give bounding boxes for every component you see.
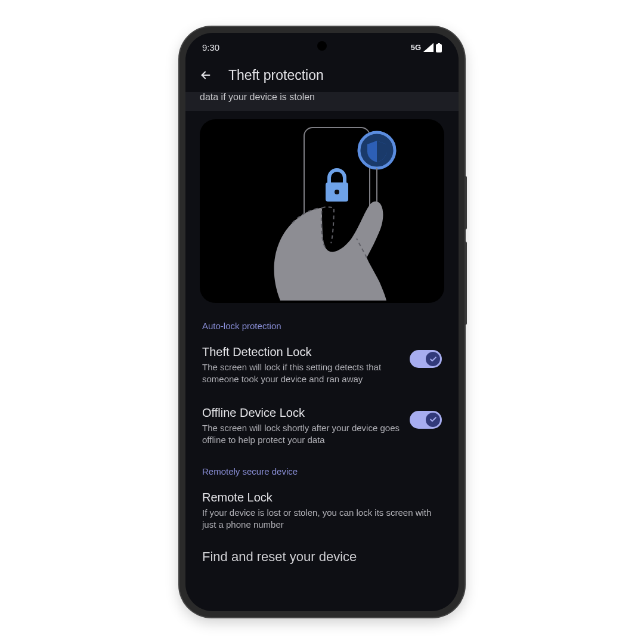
status-right: 5G	[411, 43, 442, 52]
header-subtext: data if your device is stolen	[185, 92, 459, 111]
setting-title: Remote Lock	[202, 491, 442, 504]
status-time: 9:30	[202, 42, 219, 52]
svg-point-4	[335, 190, 339, 194]
theft-protection-illustration	[200, 119, 444, 303]
signal-icon	[423, 43, 434, 52]
setting-title: Offline Device Lock	[202, 406, 402, 420]
camera-notch	[317, 41, 327, 51]
network-label: 5G	[411, 43, 421, 52]
setting-theft-detection-lock[interactable]: Theft Detection Lock The screen will loc…	[195, 340, 449, 401]
setting-remote-lock[interactable]: Remote Lock If your device is lost or st…	[195, 486, 449, 544]
arrow-left-icon	[199, 69, 212, 82]
battery-icon	[436, 43, 442, 52]
svg-rect-1	[438, 43, 440, 44]
check-icon	[429, 355, 437, 363]
volume-button	[465, 176, 467, 230]
page-title: Theft protection	[228, 67, 324, 83]
header: Theft protection	[185, 56, 459, 92]
content-scroll[interactable]: Auto-lock protection Theft Detection Loc…	[185, 119, 459, 569]
toggle-offline-device[interactable]	[410, 411, 442, 429]
setting-offline-device-lock[interactable]: Offline Device Lock The screen will lock…	[195, 401, 449, 462]
check-icon	[429, 416, 437, 423]
svg-rect-0	[436, 44, 442, 52]
section-label-remote: Remotely secure device	[195, 462, 449, 486]
hand-phone-illustration-icon	[227, 122, 417, 301]
power-button	[465, 242, 467, 325]
setting-desc: The screen will lock shortly after your …	[202, 422, 402, 447]
back-button[interactable]	[197, 67, 214, 83]
section-label-autolock: Auto-lock protection	[195, 316, 449, 340]
phone-frame: 9:30 5G Theft protection data if your de…	[179, 27, 465, 617]
setting-title: Theft Detection Lock	[202, 345, 402, 359]
find-reset-link[interactable]: Find and reset your device	[195, 544, 449, 569]
setting-desc: The screen will lock if this setting det…	[202, 361, 402, 386]
setting-desc: If your device is lost or stolen, you ca…	[202, 507, 442, 531]
screen: 9:30 5G Theft protection data if your de…	[185, 33, 459, 611]
toggle-theft-detection[interactable]	[410, 350, 442, 368]
